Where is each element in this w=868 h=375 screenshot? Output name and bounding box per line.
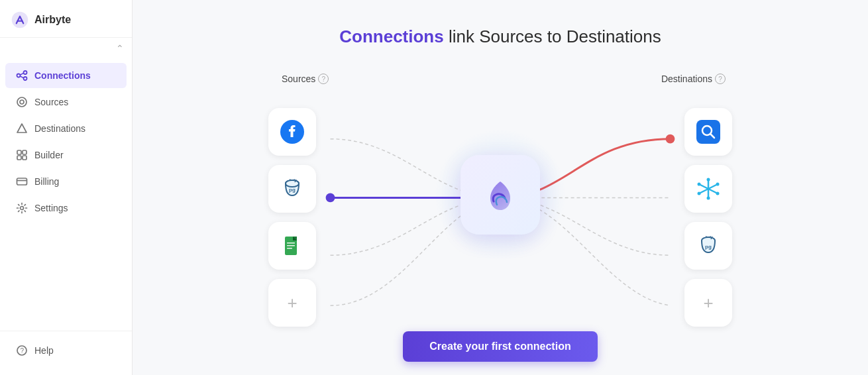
svg-text:?: ? — [21, 347, 25, 354]
sidebar-item-help-label: Help — [34, 345, 54, 356]
svg-rect-29 — [287, 248, 292, 249]
svg-line-5 — [20, 76, 23, 78]
svg-point-0 — [12, 12, 28, 28]
svg-text:pg: pg — [289, 187, 296, 193]
sources-section-label: Sources ? — [282, 74, 329, 84]
settings-icon — [16, 202, 28, 214]
sidebar-item-builder-label: Builder — [34, 150, 64, 160]
svg-point-3 — [24, 77, 27, 80]
dest-card-bigquery[interactable] — [684, 108, 732, 156]
svg-rect-28 — [287, 245, 295, 246]
svg-point-39 — [716, 192, 720, 195]
source-card-google-sheets[interactable] — [268, 222, 316, 270]
sources-info-icon[interactable]: ? — [318, 74, 329, 84]
svg-point-40 — [716, 183, 720, 186]
svg-point-7 — [20, 100, 24, 104]
source-card-facebook[interactable] — [268, 108, 316, 156]
destinations-info-icon[interactable]: ? — [715, 74, 726, 84]
page-heading: Connections link Sources to Destinations — [339, 27, 661, 47]
sidebar-item-destinations-label: Destinations — [34, 123, 85, 134]
logo-text: Airbyte — [34, 14, 71, 26]
airbyte-logo-icon — [11, 11, 29, 29]
airbyte-hub[interactable] — [461, 155, 540, 235]
sidebar-bottom: ? Help — [0, 331, 132, 375]
svg-point-17 — [326, 193, 335, 203]
sidebar-item-sources-label: Sources — [34, 97, 68, 107]
sidebar-item-settings[interactable]: Settings — [5, 195, 127, 221]
svg-point-18 — [666, 134, 675, 144]
sidebar-item-billing-label: Billing — [34, 176, 59, 187]
heading-highlight: Connections — [339, 27, 443, 46]
add-dest-plus: + — [703, 293, 713, 313]
help-icon: ? — [16, 345, 28, 356]
svg-rect-12 — [17, 178, 27, 185]
svg-rect-9 — [23, 150, 27, 154]
create-connection-button[interactable]: Create your first connection — [403, 331, 597, 362]
dest-card-add[interactable]: + — [684, 279, 732, 327]
svg-point-1 — [17, 74, 21, 78]
svg-rect-8 — [17, 150, 21, 154]
svg-rect-27 — [287, 242, 295, 244]
dest-card-snowflake[interactable] — [684, 165, 732, 213]
svg-point-14 — [21, 207, 24, 210]
svg-point-36 — [707, 178, 710, 182]
destinations-section-label: Destinations ? — [661, 74, 726, 84]
svg-point-37 — [707, 197, 710, 200]
source-card-add[interactable]: + — [268, 279, 316, 327]
sidebar-item-destinations[interactable]: Destinations — [5, 116, 127, 141]
connections-icon — [16, 70, 28, 81]
sidebar-item-connections-label: Connections — [34, 70, 91, 81]
sidebar: Airbyte ⌃ Connections — [0, 0, 133, 375]
sidebar-item-billing[interactable]: Billing — [5, 169, 127, 194]
logo: Airbyte — [0, 0, 132, 38]
svg-point-2 — [24, 71, 27, 74]
destinations-column: pg + — [684, 93, 732, 327]
sidebar-item-help[interactable]: ? Help — [5, 338, 127, 363]
sidebar-item-builder[interactable]: Builder — [5, 142, 127, 168]
billing-icon — [16, 176, 28, 188]
sidebar-item-connections[interactable]: Connections — [5, 63, 127, 88]
svg-rect-30 — [696, 120, 720, 144]
sources-column: pg + — [268, 93, 316, 327]
svg-rect-11 — [23, 156, 27, 160]
collapse-button[interactable]: ⌃ — [116, 43, 124, 54]
svg-point-41 — [698, 192, 701, 195]
destinations-icon — [16, 123, 28, 134]
connections-diagram: Sources ? Destinations ? — [268, 74, 732, 315]
add-source-plus: + — [287, 293, 297, 313]
heading-rest: link Sources to Destinations — [444, 27, 661, 46]
main-content: Connections link Sources to Destinations… — [133, 0, 868, 375]
svg-point-22 — [286, 180, 299, 187]
sidebar-collapse-area: ⌃ — [0, 38, 132, 59]
sources-icon — [16, 96, 28, 108]
sidebar-item-settings-label: Settings — [34, 203, 68, 213]
source-card-postgres[interactable]: pg — [268, 165, 316, 213]
dest-card-postgres[interactable]: pg — [684, 222, 732, 270]
svg-line-4 — [20, 73, 23, 75]
svg-text:pg: pg — [705, 244, 712, 250]
sidebar-navigation: Connections Sources Destinations — [0, 59, 132, 331]
svg-rect-10 — [17, 156, 21, 160]
svg-point-6 — [17, 97, 27, 107]
sidebar-item-sources[interactable]: Sources — [5, 89, 127, 115]
svg-point-38 — [698, 183, 701, 186]
builder-icon — [16, 149, 28, 161]
